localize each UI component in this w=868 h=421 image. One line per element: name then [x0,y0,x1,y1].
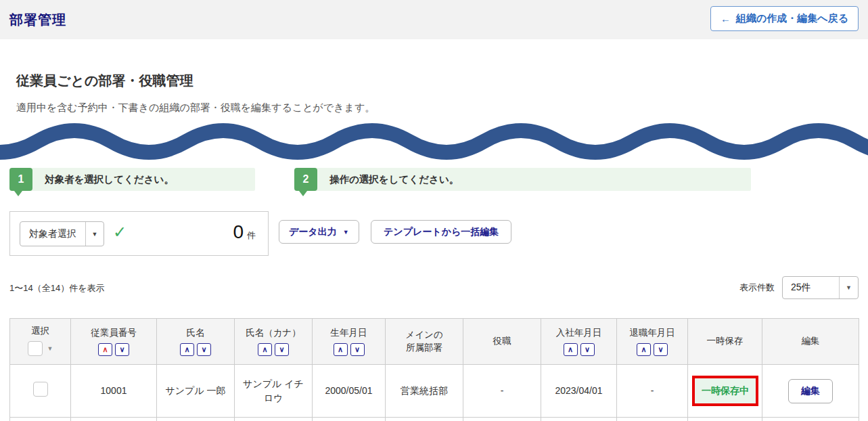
table-row: 10001 サンプル 一郎 サンプル イチロウ 2000/05/01 営業統括部… [10,365,859,418]
cell-empty [617,418,688,421]
col-label-main-department: メインの 所属部署 [387,329,461,353]
cell-empty [157,418,235,421]
sort-asc-icon[interactable]: ∧ [98,343,112,356]
step-1-bar: 対象者を選択してください。 [9,168,255,191]
cell-select [10,365,71,418]
department-management-page: 部署管理 ← 組織の作成・編集へ戻る 従業員ごとの部署・役職管理 適用中を含む予… [0,0,868,421]
back-to-org-edit-button[interactable]: ← 組織の作成・編集へ戻る [710,6,859,31]
page-title: 部署管理 [9,11,66,29]
cell-retirement-date: - [617,365,688,418]
chevron-down-icon[interactable]: ▼ [85,222,104,246]
bulk-edit-from-template-button[interactable]: テンプレートから一括編集 [371,220,511,244]
back-button-label: 組織の作成・編集へ戻る [736,12,848,25]
cell-main-department: 営業統括部 [386,365,463,418]
wavy-divider [0,121,868,162]
table-row-partial [10,418,859,421]
sort-asc-icon[interactable]: ∧ [334,343,348,356]
step-2-bar: 操作の選択をしてください。 [294,168,751,191]
wave-graphic [0,121,868,162]
check-icon: ✓ [113,223,127,242]
chevron-down-icon[interactable]: ▼ [839,277,858,298]
red-annotation-box: 一時保存中 [692,376,758,406]
step-1: 対象者を選択してください。 1 [9,168,255,191]
sort-desc-icon[interactable]: ∨ [580,343,595,356]
data-export-button[interactable]: データ出力 ▼ [279,220,359,244]
sort-desc-icon[interactable]: ∨ [275,343,289,356]
col-header-position: 役職 [463,319,541,365]
sort-asc-icon[interactable]: ∧ [258,343,272,356]
col-label-birth-date: 生年月日 [314,327,384,339]
bulk-edit-label: テンプレートから一括編集 [384,226,499,238]
data-export-label: データ出力 [289,226,337,238]
sort-asc-icon[interactable]: ∧ [637,343,651,356]
sort-desc-icon[interactable]: ∨ [350,343,365,356]
sort-asc-icon[interactable]: ∧ [564,343,578,356]
cell-kana: サンプル イチロウ [235,365,313,418]
col-label-kana: 氏名（カナ） [236,327,311,339]
sort-desc-icon[interactable]: ∨ [197,343,211,356]
employee-table: 選択 ▼ 従業員番号 ∧ ∨ 氏名 ∧ [9,318,859,421]
col-header-birth-date: 生年月日 ∧ ∨ [313,319,386,365]
sort-desc-icon[interactable]: ∨ [115,343,129,356]
col-header-draft: 一時保存 [688,319,762,365]
section-title: 従業員ごとの部署・役職管理 [16,72,193,90]
step-1-label: 対象者を選択してください。 [45,173,174,186]
step-1-number-badge: 1 [9,168,32,191]
chevron-down-icon: ▼ [343,229,349,236]
sort-asc-icon[interactable]: ∧ [180,343,194,356]
cell-position: - [463,365,541,418]
table-header-row: 選択 ▼ 従業員番号 ∧ ∨ 氏名 ∧ [10,319,859,365]
step-2-number-badge: 2 [294,168,317,191]
step-1-badge-tail [14,191,22,196]
col-label-position: 役職 [465,335,539,347]
step-2-label: 操作の選択をしてください。 [329,173,459,186]
selected-count-value: 0 [233,221,244,243]
col-header-select: 選択 ▼ [10,319,71,365]
cell-empty [313,418,386,421]
cell-empty [235,418,313,421]
target-select-dropdown[interactable]: 対象者選択 ▼ [20,221,104,246]
target-select-label: 対象者選択 [20,222,85,246]
row-edit-button[interactable]: 編集 [788,379,833,403]
section-description: 適用中を含む予約中・下書きの組織の部署・役職を編集することができます。 [16,102,375,114]
selected-count-unit: 件 [247,229,256,242]
selected-count: 0 件 [233,221,256,243]
per-page-select[interactable]: 25件 ▼ [782,276,859,299]
col-header-edit: 編集 [762,319,859,365]
cell-empty [688,418,762,421]
col-label-edit: 編集 [764,335,857,347]
col-header-main-department: メインの 所属部署 [386,319,463,365]
col-label-name: 氏名 [158,327,233,339]
draft-status-badge: 一時保存中 [695,378,756,403]
select-all-checkbox[interactable] [28,341,43,356]
col-label-hire-date: 入社年月日 [543,327,615,339]
cell-empty [10,418,71,421]
back-arrow-icon: ← [721,13,731,24]
chevron-down-icon[interactable]: ▼ [47,345,53,352]
cell-edit: 編集 [762,365,859,418]
col-header-employee-no: 従業員番号 ∧ ∨ [71,319,157,365]
cell-birth-date: 2000/05/01 [313,365,386,418]
step-2-badge-tail [299,191,307,196]
cell-name: サンプル 一郎 [157,365,235,418]
per-page-control: 表示件数 25件 ▼ [739,276,859,299]
cell-employee-no: 10001 [71,365,157,418]
cell-empty [762,418,859,421]
cell-empty [463,418,541,421]
col-label-employee-no: 従業員番号 [72,327,155,339]
cell-empty [541,418,617,421]
col-header-name: 氏名 ∧ ∨ [157,319,235,365]
cell-empty [71,418,157,421]
step-2: 操作の選択をしてください。 2 [294,168,751,191]
sort-desc-icon[interactable]: ∨ [654,343,668,356]
col-label-select: 選択 [12,325,69,337]
col-header-retirement-date: 退職年月日 ∧ ∨ [617,319,688,365]
row-checkbox[interactable] [33,382,48,397]
cell-hire-date: 2023/04/01 [541,365,617,418]
result-range-text: 1〜14（全14）件を表示 [9,282,104,294]
target-selection-panel: 対象者選択 ▼ ✓ 0 件 [9,211,269,256]
cell-empty [386,418,463,421]
col-label-retirement-date: 退職年月日 [618,327,686,339]
per-page-value: 25件 [783,282,839,294]
cell-draft-status: 一時保存中 [688,365,762,418]
